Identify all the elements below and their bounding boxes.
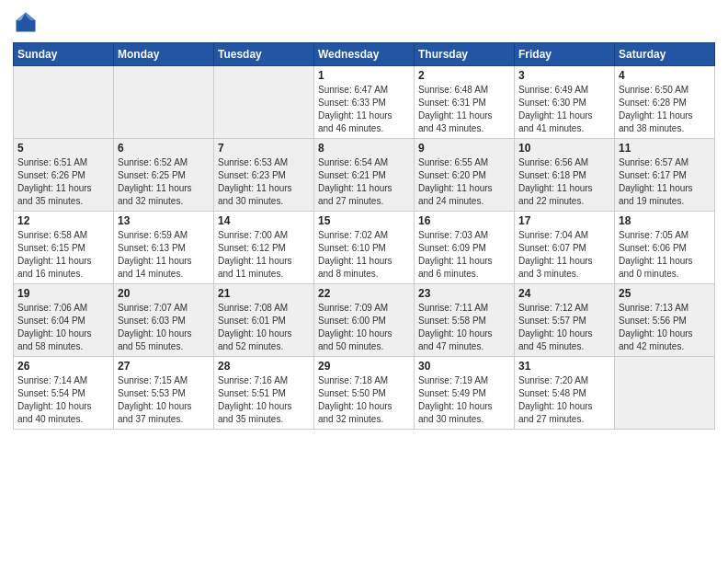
calendar-cell: 13Sunrise: 6:59 AM Sunset: 6:13 PM Dayli… <box>114 212 214 284</box>
weekday-header-saturday: Saturday <box>615 43 715 66</box>
calendar-cell <box>214 66 314 139</box>
calendar-cell: 31Sunrise: 7:20 AM Sunset: 5:48 PM Dayli… <box>515 357 615 430</box>
day-info: Sunrise: 7:00 AM Sunset: 6:12 PM Dayligh… <box>218 229 310 281</box>
day-info: Sunrise: 6:48 AM Sunset: 6:31 PM Dayligh… <box>418 84 510 135</box>
day-number: 14 <box>218 214 310 227</box>
day-info: Sunrise: 6:52 AM Sunset: 6:25 PM Dayligh… <box>118 156 210 208</box>
day-info: Sunrise: 6:59 AM Sunset: 6:13 PM Dayligh… <box>118 229 210 281</box>
weekday-header-friday: Friday <box>515 43 615 66</box>
day-number: 5 <box>17 142 109 155</box>
day-number: 1 <box>318 69 410 82</box>
calendar-cell: 3Sunrise: 6:49 AM Sunset: 6:30 PM Daylig… <box>515 66 615 139</box>
day-info: Sunrise: 6:54 AM Sunset: 6:21 PM Dayligh… <box>318 156 410 208</box>
day-number: 11 <box>619 142 711 155</box>
day-info: Sunrise: 7:16 AM Sunset: 5:51 PM Dayligh… <box>218 374 310 426</box>
calendar-cell <box>114 66 214 139</box>
weekday-header-monday: Monday <box>114 43 214 66</box>
calendar-cell: 7Sunrise: 6:53 AM Sunset: 6:23 PM Daylig… <box>214 139 314 212</box>
day-number: 27 <box>118 360 210 373</box>
logo-icon <box>13 9 39 35</box>
day-info: Sunrise: 6:55 AM Sunset: 6:20 PM Dayligh… <box>418 156 510 208</box>
day-number: 28 <box>218 360 310 373</box>
calendar-week-row: 5Sunrise: 6:51 AM Sunset: 6:26 PM Daylig… <box>14 139 715 212</box>
day-number: 17 <box>518 214 610 227</box>
day-info: Sunrise: 7:03 AM Sunset: 6:09 PM Dayligh… <box>418 229 510 281</box>
calendar-cell: 25Sunrise: 7:13 AM Sunset: 5:56 PM Dayli… <box>615 284 715 357</box>
calendar-table: SundayMondayTuesdayWednesdayThursdayFrid… <box>13 42 715 430</box>
calendar-week-row: 26Sunrise: 7:14 AM Sunset: 5:54 PM Dayli… <box>14 357 715 430</box>
day-info: Sunrise: 6:53 AM Sunset: 6:23 PM Dayligh… <box>218 156 310 208</box>
day-info: Sunrise: 6:49 AM Sunset: 6:30 PM Dayligh… <box>518 84 610 135</box>
day-number: 3 <box>518 69 610 82</box>
day-number: 6 <box>118 142 210 155</box>
weekday-header-thursday: Thursday <box>415 43 515 66</box>
logo <box>13 9 42 35</box>
day-info: Sunrise: 7:07 AM Sunset: 6:03 PM Dayligh… <box>118 302 210 353</box>
day-number: 16 <box>418 214 510 227</box>
calendar-cell <box>14 66 114 139</box>
day-info: Sunrise: 7:15 AM Sunset: 5:53 PM Dayligh… <box>118 374 210 426</box>
calendar-cell: 5Sunrise: 6:51 AM Sunset: 6:26 PM Daylig… <box>14 139 114 212</box>
day-number: 24 <box>518 287 610 300</box>
calendar-cell: 28Sunrise: 7:16 AM Sunset: 5:51 PM Dayli… <box>214 357 314 430</box>
day-info: Sunrise: 7:19 AM Sunset: 5:49 PM Dayligh… <box>418 374 510 426</box>
day-info: Sunrise: 6:51 AM Sunset: 6:26 PM Dayligh… <box>17 156 109 208</box>
day-number: 22 <box>318 287 410 300</box>
calendar-cell: 1Sunrise: 6:47 AM Sunset: 6:33 PM Daylig… <box>314 66 415 139</box>
day-number: 26 <box>17 360 109 373</box>
day-number: 4 <box>619 69 711 82</box>
calendar-cell: 30Sunrise: 7:19 AM Sunset: 5:49 PM Dayli… <box>415 357 515 430</box>
day-number: 21 <box>218 287 310 300</box>
day-number: 9 <box>418 142 510 155</box>
day-info: Sunrise: 7:11 AM Sunset: 5:58 PM Dayligh… <box>418 302 510 353</box>
calendar-cell: 26Sunrise: 7:14 AM Sunset: 5:54 PM Dayli… <box>14 357 114 430</box>
day-number: 31 <box>518 360 610 373</box>
day-info: Sunrise: 7:08 AM Sunset: 6:01 PM Dayligh… <box>218 302 310 353</box>
day-info: Sunrise: 7:18 AM Sunset: 5:50 PM Dayligh… <box>318 374 410 426</box>
day-info: Sunrise: 6:50 AM Sunset: 6:28 PM Dayligh… <box>619 84 711 135</box>
day-number: 18 <box>619 214 711 227</box>
calendar-cell: 14Sunrise: 7:00 AM Sunset: 6:12 PM Dayli… <box>214 212 314 284</box>
day-info: Sunrise: 6:58 AM Sunset: 6:15 PM Dayligh… <box>17 229 109 281</box>
day-info: Sunrise: 7:09 AM Sunset: 6:00 PM Dayligh… <box>318 302 410 353</box>
day-number: 20 <box>118 287 210 300</box>
calendar-cell: 8Sunrise: 6:54 AM Sunset: 6:21 PM Daylig… <box>314 139 415 212</box>
calendar-cell: 12Sunrise: 6:58 AM Sunset: 6:15 PM Dayli… <box>14 212 114 284</box>
day-number: 15 <box>318 214 410 227</box>
weekday-header-sunday: Sunday <box>14 43 114 66</box>
day-info: Sunrise: 6:56 AM Sunset: 6:18 PM Dayligh… <box>518 156 610 208</box>
day-info: Sunrise: 7:04 AM Sunset: 6:07 PM Dayligh… <box>518 229 610 281</box>
weekday-header-tuesday: Tuesday <box>214 43 314 66</box>
calendar-cell: 21Sunrise: 7:08 AM Sunset: 6:01 PM Dayli… <box>214 284 314 357</box>
calendar-cell: 15Sunrise: 7:02 AM Sunset: 6:10 PM Dayli… <box>314 212 415 284</box>
calendar-cell: 4Sunrise: 6:50 AM Sunset: 6:28 PM Daylig… <box>615 66 715 139</box>
day-info: Sunrise: 7:20 AM Sunset: 5:48 PM Dayligh… <box>518 374 610 426</box>
calendar-cell: 10Sunrise: 6:56 AM Sunset: 6:18 PM Dayli… <box>515 139 615 212</box>
calendar-cell: 27Sunrise: 7:15 AM Sunset: 5:53 PM Dayli… <box>114 357 214 430</box>
day-info: Sunrise: 7:13 AM Sunset: 5:56 PM Dayligh… <box>619 302 711 353</box>
calendar-cell: 29Sunrise: 7:18 AM Sunset: 5:50 PM Dayli… <box>314 357 415 430</box>
calendar-cell: 19Sunrise: 7:06 AM Sunset: 6:04 PM Dayli… <box>14 284 114 357</box>
calendar-cell: 18Sunrise: 7:05 AM Sunset: 6:06 PM Dayli… <box>615 212 715 284</box>
calendar-cell: 6Sunrise: 6:52 AM Sunset: 6:25 PM Daylig… <box>114 139 214 212</box>
calendar-cell: 2Sunrise: 6:48 AM Sunset: 6:31 PM Daylig… <box>415 66 515 139</box>
day-info: Sunrise: 6:57 AM Sunset: 6:17 PM Dayligh… <box>619 156 711 208</box>
day-number: 2 <box>418 69 510 82</box>
calendar-cell: 16Sunrise: 7:03 AM Sunset: 6:09 PM Dayli… <box>415 212 515 284</box>
calendar-week-row: 12Sunrise: 6:58 AM Sunset: 6:15 PM Dayli… <box>14 212 715 284</box>
day-info: Sunrise: 7:12 AM Sunset: 5:57 PM Dayligh… <box>518 302 610 353</box>
day-number: 19 <box>17 287 109 300</box>
calendar-week-row: 1Sunrise: 6:47 AM Sunset: 6:33 PM Daylig… <box>14 66 715 139</box>
calendar-cell: 20Sunrise: 7:07 AM Sunset: 6:03 PM Dayli… <box>114 284 214 357</box>
day-info: Sunrise: 7:02 AM Sunset: 6:10 PM Dayligh… <box>318 229 410 281</box>
day-number: 30 <box>418 360 510 373</box>
page-container: SundayMondayTuesdayWednesdayThursdayFrid… <box>0 0 728 442</box>
header <box>13 9 715 35</box>
calendar-cell: 9Sunrise: 6:55 AM Sunset: 6:20 PM Daylig… <box>415 139 515 212</box>
calendar-cell: 11Sunrise: 6:57 AM Sunset: 6:17 PM Dayli… <box>615 139 715 212</box>
day-info: Sunrise: 6:47 AM Sunset: 6:33 PM Dayligh… <box>318 84 410 135</box>
day-info: Sunrise: 7:06 AM Sunset: 6:04 PM Dayligh… <box>17 302 109 353</box>
day-number: 29 <box>318 360 410 373</box>
day-number: 7 <box>218 142 310 155</box>
day-number: 12 <box>17 214 109 227</box>
